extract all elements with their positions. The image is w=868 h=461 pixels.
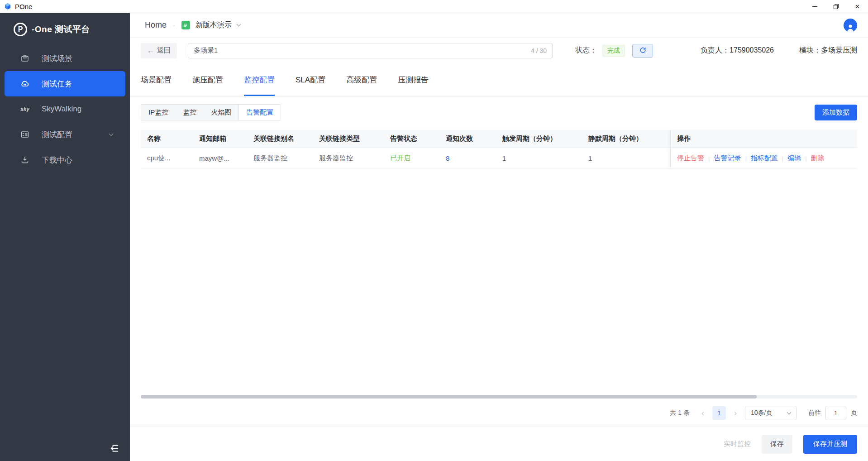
col-alarm-status: 告警状态 (384, 130, 439, 148)
cell-notify-count[interactable]: 8 (439, 148, 496, 168)
sidebar-item-label: 测试配置 (42, 130, 72, 140)
close-button[interactable]: ✕ (847, 0, 868, 13)
chevron-down-icon (109, 131, 114, 136)
breadcrumb-home[interactable]: Home (145, 20, 167, 30)
sidebar-item-download-center[interactable]: 下载中心 (5, 147, 125, 173)
tab-monitor-config[interactable]: 监控配置 (244, 63, 275, 96)
config-tabs: 场景配置 施压配置 监控配置 SLA配置 高级配置 压测报告 (130, 63, 868, 96)
logo-text: -One 测试平台 (32, 24, 90, 35)
sidebar-nav: 测试场景 测试任务 sky SkyWalking 测试配置 (0, 46, 130, 173)
tab-advanced-config[interactable]: 高级配置 (346, 63, 377, 96)
cell-actions: 停止告警 | 告警记录 | 指标配置 | 编辑 | 删除 (670, 148, 857, 168)
col-silent-period: 静默周期（分钟） (582, 130, 670, 148)
goto-page-input[interactable] (825, 406, 846, 420)
status-badge: 完成 (602, 45, 625, 57)
subtab-flame-graph[interactable]: 火焰图 (204, 105, 238, 120)
collapse-icon (109, 442, 120, 454)
tab-pressure-config[interactable]: 施压配置 (192, 63, 223, 96)
page-header: Home · 新版本演示 (130, 13, 868, 38)
goto-suffix: 页 (851, 409, 857, 417)
cell-email: mayw@... (193, 148, 247, 168)
sidebar-item-label: 测试任务 (42, 79, 72, 89)
action-stop-alarm[interactable]: 停止告警 (677, 154, 704, 163)
cell-alarm-status: 已开启 (384, 148, 439, 168)
tab-panel-monitor: IP监控 监控 火焰图 告警配置 添加数据 名称 通知邮箱 关联链接别名 关联链… (130, 96, 868, 427)
sidebar-item-label: 下载中心 (42, 155, 72, 165)
sidebar-item-label: SkyWalking (42, 105, 81, 114)
monitor-subtabs: IP监控 监控 火焰图 告警配置 (141, 104, 281, 120)
footer-actions: 实时监控 保存 保存并压测 (130, 427, 868, 461)
page-size-select[interactable]: 10条/页 (745, 406, 796, 420)
sidebar-collapse-button[interactable] (106, 440, 123, 456)
minimize-button[interactable] (804, 0, 825, 13)
sidebar-item-test-task[interactable]: 测试任务 (5, 71, 125, 96)
refresh-icon (639, 47, 647, 54)
cell-link-type: 服务器监控 (313, 148, 384, 168)
prev-page-button[interactable]: ‹ (700, 408, 706, 418)
cell-trigger-period: 1 (496, 148, 582, 168)
user-avatar[interactable] (844, 19, 857, 32)
tab-scene-config[interactable]: 场景配置 (141, 63, 172, 96)
app-logo: P -One 测试平台 (0, 13, 130, 46)
app-title: POne (15, 3, 32, 10)
scenario-icon (20, 53, 30, 63)
realtime-monitor-button[interactable]: 实时监控 (724, 440, 751, 448)
cell-silent-period: 1 (582, 148, 670, 168)
owner-field: 负责人：17590035026 (701, 46, 774, 55)
chevron-down-icon[interactable] (236, 22, 241, 27)
col-email: 通知邮箱 (193, 130, 247, 148)
col-link-type: 关联链接类型 (313, 130, 384, 148)
minimize-icon (812, 6, 817, 7)
table-header-row: 名称 通知邮箱 关联链接别名 关联链接类型 告警状态 通知次数 触发周期（分钟）… (141, 130, 857, 148)
col-name: 名称 (141, 130, 193, 148)
close-icon: ✕ (855, 3, 860, 10)
chevron-down-icon (787, 410, 792, 414)
scene-name-input[interactable]: 4 / 30 (188, 43, 553, 58)
scene-name-field[interactable] (194, 47, 527, 54)
subtab-monitor[interactable]: 监控 (176, 105, 204, 120)
sidebar-item-label: 测试场景 (42, 53, 72, 64)
config-card-icon (20, 130, 30, 139)
page-number-button[interactable]: 1 (712, 406, 726, 420)
add-data-button[interactable]: 添加数据 (815, 105, 857, 120)
status-label: 状态： (575, 46, 597, 55)
window-titlebar: POne ✕ (0, 0, 868, 13)
action-metric-config[interactable]: 指标配置 (751, 154, 778, 163)
col-notify-count: 通知次数 (439, 130, 496, 148)
restore-button[interactable] (825, 0, 847, 13)
action-delete[interactable]: 删除 (811, 154, 825, 163)
module-field: 模块：多场景压测 (799, 46, 857, 55)
save-button[interactable]: 保存 (762, 435, 792, 454)
refresh-button[interactable] (632, 44, 653, 58)
horizontal-scrollbar[interactable] (141, 395, 857, 399)
back-arrow-icon: ← (147, 47, 154, 54)
subtab-alarm-config[interactable]: 告警配置 (238, 105, 281, 120)
skywalking-icon: sky (20, 104, 30, 114)
next-page-button[interactable]: › (732, 408, 739, 418)
sidebar: P -One 测试平台 测试场景 测试任务 sky SkyWalking (0, 13, 130, 461)
col-trigger-period: 触发周期（分钟） (496, 130, 582, 148)
goto-label: 前往 (808, 409, 821, 417)
main-content: Home · 新版本演示 ← 返回 4 / 30 状态： 完成 (130, 13, 868, 461)
char-counter: 4 / 30 (531, 47, 547, 54)
tab-sla-config[interactable]: SLA配置 (296, 63, 325, 96)
back-button[interactable]: ← 返回 (141, 43, 177, 58)
col-link-alias: 关联链接别名 (247, 130, 313, 148)
tab-test-report[interactable]: 压测报告 (398, 63, 429, 96)
breadcrumb-separator: · (173, 22, 175, 29)
table-row: cpu使... mayw@... 服务器监控 服务器监控 已开启 8 1 1 停… (141, 148, 857, 168)
action-edit[interactable]: 编辑 (787, 154, 801, 163)
task-cloud-icon (20, 79, 30, 89)
restore-icon (833, 4, 839, 10)
scrollbar-thumb[interactable] (141, 395, 757, 399)
sidebar-item-test-config[interactable]: 测试配置 (5, 122, 125, 147)
subtab-ip-monitor[interactable]: IP监控 (141, 105, 176, 120)
logo-icon: P (14, 23, 27, 36)
download-icon (20, 155, 30, 165)
project-selector[interactable]: 新版本演示 (196, 20, 232, 30)
action-alarm-records[interactable]: 告警记录 (714, 154, 741, 163)
sidebar-item-skywalking[interactable]: sky SkyWalking (5, 96, 125, 122)
toolbar: ← 返回 4 / 30 状态： 完成 负责人：17590035026 模块：多场… (130, 38, 868, 63)
sidebar-item-test-scenario[interactable]: 测试场景 (5, 46, 125, 71)
save-and-test-button[interactable]: 保存并压测 (803, 435, 857, 454)
